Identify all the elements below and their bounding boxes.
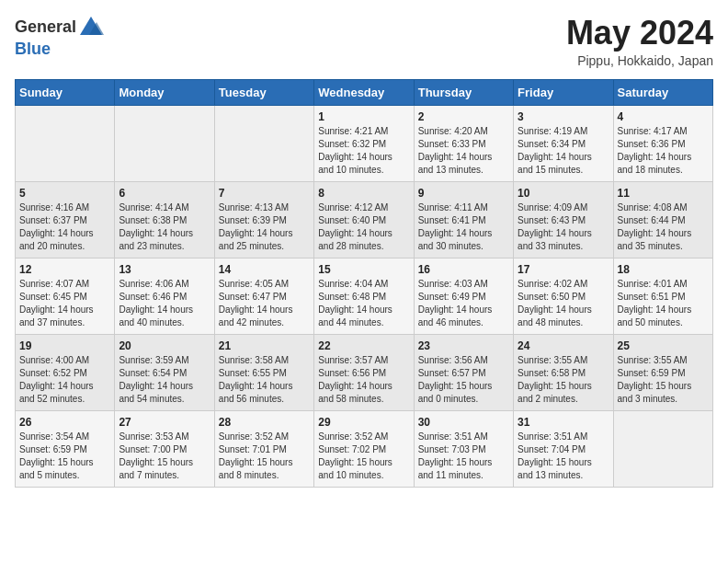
sunrise-text: Sunrise: 4:14 AM xyxy=(119,201,210,214)
calendar-week-4: 19Sunrise: 4:00 AMSunset: 6:52 PMDayligh… xyxy=(16,334,713,410)
calendar-cell: 16Sunrise: 4:03 AMSunset: 6:49 PMDayligh… xyxy=(414,258,513,334)
daylight-hours: Daylight: 14 hours xyxy=(518,304,609,316)
weekday-header-saturday: Saturday xyxy=(613,79,712,105)
calendar-cell: 14Sunrise: 4:05 AMSunset: 6:47 PMDayligh… xyxy=(214,258,313,334)
daylight-minutes: and 8 minutes. xyxy=(219,469,310,482)
day-number: 11 xyxy=(618,187,709,200)
weekday-header-monday: Monday xyxy=(115,79,214,105)
sunset-text: Sunset: 6:56 PM xyxy=(318,367,409,380)
daylight-minutes: and 10 minutes. xyxy=(318,164,409,177)
calendar-cell: 4Sunrise: 4:17 AMSunset: 6:36 PMDaylight… xyxy=(613,105,712,181)
day-number: 3 xyxy=(518,110,609,123)
sunrise-text: Sunrise: 3:57 AM xyxy=(318,354,409,367)
daylight-minutes: and 35 minutes. xyxy=(618,240,709,253)
sunrise-text: Sunrise: 3:52 AM xyxy=(219,431,310,443)
sunrise-text: Sunrise: 4:06 AM xyxy=(119,278,210,291)
daylight-hours: Daylight: 14 hours xyxy=(19,380,110,393)
calendar-cell: 27Sunrise: 3:53 AMSunset: 7:00 PMDayligh… xyxy=(115,410,214,487)
daylight-hours: Daylight: 15 hours xyxy=(518,456,609,469)
day-number: 9 xyxy=(418,187,509,200)
calendar-cell: 9Sunrise: 4:11 AMSunset: 6:41 PMDaylight… xyxy=(414,181,513,258)
weekday-header-thursday: Thursday xyxy=(414,79,513,105)
day-number: 17 xyxy=(518,263,609,276)
day-number: 31 xyxy=(518,416,609,429)
daylight-minutes: and 30 minutes. xyxy=(418,240,509,253)
calendar-cell: 5Sunrise: 4:16 AMSunset: 6:37 PMDaylight… xyxy=(16,181,115,258)
daylight-hours: Daylight: 14 hours xyxy=(518,151,609,164)
daylight-hours: Daylight: 15 hours xyxy=(219,456,310,469)
calendar-cell: 23Sunrise: 3:56 AMSunset: 6:57 PMDayligh… xyxy=(414,334,513,410)
page-header: General Blue May 2024 Pippu, Hokkaido, J… xyxy=(15,15,713,68)
sunset-text: Sunset: 6:57 PM xyxy=(418,367,509,380)
sunset-text: Sunset: 6:43 PM xyxy=(518,214,609,227)
logo-blue: Blue xyxy=(15,40,51,58)
day-number: 23 xyxy=(418,339,509,352)
sunrise-text: Sunrise: 4:20 AM xyxy=(418,125,509,138)
daylight-minutes: and 13 minutes. xyxy=(418,164,509,177)
daylight-minutes: and 23 minutes. xyxy=(119,240,210,253)
sunrise-text: Sunrise: 4:13 AM xyxy=(219,201,310,214)
daylight-hours: Daylight: 14 hours xyxy=(318,227,409,240)
daylight-minutes: and 28 minutes. xyxy=(318,240,409,253)
sunset-text: Sunset: 7:00 PM xyxy=(119,443,210,456)
calendar-cell: 26Sunrise: 3:54 AMSunset: 6:59 PMDayligh… xyxy=(16,410,115,487)
sunset-text: Sunset: 6:41 PM xyxy=(418,214,509,227)
day-number: 7 xyxy=(219,187,310,200)
calendar-cell: 21Sunrise: 3:58 AMSunset: 6:55 PMDayligh… xyxy=(214,334,313,410)
sunrise-text: Sunrise: 4:02 AM xyxy=(518,278,609,291)
daylight-hours: Daylight: 14 hours xyxy=(119,304,210,316)
daylight-minutes: and 3 minutes. xyxy=(618,393,709,406)
month-title: May 2024 xyxy=(566,15,713,52)
day-number: 21 xyxy=(219,339,310,352)
sunset-text: Sunset: 6:44 PM xyxy=(618,214,709,227)
day-number: 25 xyxy=(618,339,709,352)
daylight-hours: Daylight: 14 hours xyxy=(418,151,509,164)
daylight-hours: Daylight: 15 hours xyxy=(518,380,609,393)
day-number: 16 xyxy=(418,263,509,276)
sunset-text: Sunset: 7:01 PM xyxy=(219,443,310,456)
daylight-minutes: and 13 minutes. xyxy=(518,469,609,482)
sunset-text: Sunset: 6:46 PM xyxy=(119,291,210,304)
weekday-header-friday: Friday xyxy=(514,79,613,105)
sunrise-text: Sunrise: 4:08 AM xyxy=(618,201,709,214)
daylight-minutes: and 48 minutes. xyxy=(518,316,609,329)
sunrise-text: Sunrise: 3:55 AM xyxy=(618,354,709,367)
day-number: 27 xyxy=(119,416,210,429)
calendar-cell xyxy=(16,105,115,181)
sunrise-text: Sunrise: 3:58 AM xyxy=(219,354,310,367)
daylight-hours: Daylight: 15 hours xyxy=(418,456,509,469)
daylight-hours: Daylight: 14 hours xyxy=(318,304,409,316)
calendar-week-1: 1Sunrise: 4:21 AMSunset: 6:32 PMDaylight… xyxy=(16,105,713,181)
sunset-text: Sunset: 7:03 PM xyxy=(418,443,509,456)
daylight-minutes: and 42 minutes. xyxy=(219,316,310,329)
sunrise-text: Sunrise: 3:51 AM xyxy=(518,431,609,443)
sunrise-text: Sunrise: 4:05 AM xyxy=(219,278,310,291)
daylight-minutes: and 5 minutes. xyxy=(19,469,110,482)
calendar-cell: 11Sunrise: 4:08 AMSunset: 6:44 PMDayligh… xyxy=(613,181,712,258)
daylight-minutes: and 56 minutes. xyxy=(219,393,310,406)
calendar-cell: 30Sunrise: 3:51 AMSunset: 7:03 PMDayligh… xyxy=(414,410,513,487)
day-number: 14 xyxy=(219,263,310,276)
calendar-cell xyxy=(214,105,313,181)
daylight-hours: Daylight: 15 hours xyxy=(318,456,409,469)
logo-icon xyxy=(78,15,104,40)
day-number: 2 xyxy=(418,110,509,123)
daylight-hours: Daylight: 14 hours xyxy=(618,304,709,316)
sunset-text: Sunset: 6:47 PM xyxy=(219,291,310,304)
daylight-hours: Daylight: 15 hours xyxy=(418,380,509,393)
daylight-hours: Daylight: 14 hours xyxy=(19,227,110,240)
day-number: 10 xyxy=(518,187,609,200)
location: Pippu, Hokkaido, Japan xyxy=(566,53,713,68)
day-number: 12 xyxy=(19,263,110,276)
weekday-header-sunday: Sunday xyxy=(16,79,115,105)
day-number: 26 xyxy=(19,416,110,429)
daylight-minutes: and 25 minutes. xyxy=(219,240,310,253)
sunset-text: Sunset: 7:02 PM xyxy=(318,443,409,456)
sunset-text: Sunset: 6:59 PM xyxy=(19,443,110,456)
daylight-minutes: and 52 minutes. xyxy=(19,393,110,406)
day-number: 20 xyxy=(119,339,210,352)
daylight-hours: Daylight: 14 hours xyxy=(219,227,310,240)
sunrise-text: Sunrise: 4:01 AM xyxy=(618,278,709,291)
daylight-minutes: and 11 minutes. xyxy=(418,469,509,482)
calendar-cell: 13Sunrise: 4:06 AMSunset: 6:46 PMDayligh… xyxy=(115,258,214,334)
